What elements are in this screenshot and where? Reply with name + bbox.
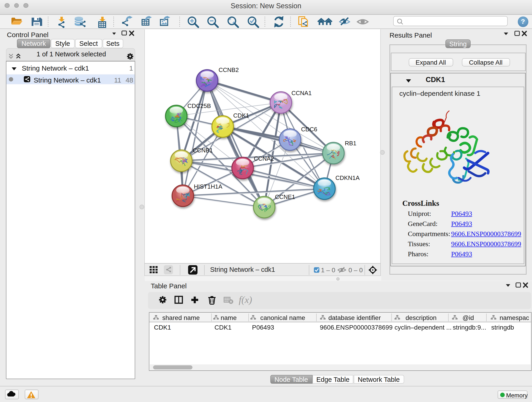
svg-text:CDC6: CDC6 [301, 126, 317, 133]
svg-text:CCNB1: CCNB1 [192, 147, 213, 153]
svg-text:CDKN1A: CDKN1A [335, 174, 360, 181]
svg-text:RB1: RB1 [345, 140, 356, 147]
svg-text:HIST1H1A: HIST1H1A [194, 183, 222, 190]
svg-text:f(x): f(x) [239, 294, 252, 305]
svg-text:CCNA1: CCNA1 [291, 89, 311, 96]
svg-text:CCNE1: CCNE1 [275, 193, 295, 200]
svg-text:CCNB2: CCNB2 [218, 66, 239, 73]
svg-text:CCNA2: CCNA2 [254, 155, 274, 162]
svg-text:CDC25B: CDC25B [187, 102, 211, 109]
svg-text:CDK1: CDK1 [233, 112, 249, 119]
